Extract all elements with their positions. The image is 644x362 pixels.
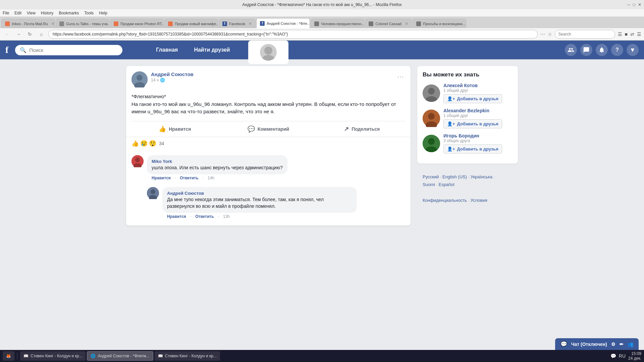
shield-icon[interactable]: ■ bbox=[625, 32, 628, 37]
footer-privacy[interactable]: Конфиденциальность bbox=[423, 198, 467, 203]
menu-tools[interactable]: Tools bbox=[84, 11, 94, 15]
person-name-igor[interactable]: Игорь Бородин bbox=[443, 133, 513, 138]
like-icon: 👍 bbox=[159, 125, 166, 133]
menu-file[interactable]: File bbox=[3, 11, 9, 15]
language-section: Русский · English (US) · Українська · Su… bbox=[417, 169, 518, 208]
comment-author-miko[interactable]: Miko York bbox=[152, 159, 172, 164]
facebook-search-input[interactable] bbox=[29, 47, 118, 53]
bookmarks-icon[interactable]: ☰ bbox=[618, 32, 622, 37]
post-options-btn[interactable]: ⋯ bbox=[396, 71, 405, 82]
home-button[interactable]: ⌂ bbox=[37, 30, 46, 39]
comment-item-miko: Miko York ушла эпоха. Или есть шанс верн… bbox=[126, 153, 411, 185]
footer-terms[interactable]: Условия bbox=[471, 198, 487, 203]
friends-requests-icon[interactable] bbox=[565, 44, 577, 56]
people-section-title: Вы можете их знать bbox=[423, 71, 513, 78]
menu-help[interactable]: Help bbox=[99, 11, 107, 15]
lang-espanol[interactable]: Español bbox=[439, 182, 454, 187]
share-icon: ↗ bbox=[344, 125, 349, 133]
add-friend-icon-alexey: 👤+ bbox=[447, 96, 455, 101]
tab-human[interactable]: Человек-предшественн... ✕ bbox=[311, 19, 364, 28]
post-author-name[interactable]: Андрей Союстов bbox=[151, 71, 392, 77]
comment-like-miko[interactable]: Нравится bbox=[152, 176, 171, 180]
tab-favicon-cassad bbox=[369, 21, 373, 26]
tab-guns[interactable]: Guns.ru Talks - темы уча... ✕ bbox=[56, 19, 109, 28]
svg-point-12 bbox=[428, 88, 435, 95]
tab-andrey-active[interactable]: f Андрей Союстов - *Фле... ✕ bbox=[256, 18, 310, 28]
post-meta: Андрей Союстов 14 ч 🌐 bbox=[151, 71, 392, 82]
nav-home[interactable]: Главная bbox=[153, 46, 180, 54]
lang-sep3: · bbox=[494, 174, 495, 179]
tab-favicon-photon bbox=[114, 21, 118, 26]
minimize-btn[interactable]: ─ bbox=[627, 2, 630, 7]
more-options-icon[interactable]: ⋯ bbox=[540, 32, 545, 37]
tab-fb[interactable]: f Facebook ✕ bbox=[219, 19, 256, 28]
reply-like-andrey[interactable]: Нравится bbox=[167, 214, 186, 219]
add-friend-igor[interactable]: 👤+ Добавить в друзья bbox=[443, 144, 502, 154]
comment-action[interactable]: 💬 Комментарий bbox=[222, 123, 315, 135]
comment-content-miko: Miko York ушла эпоха. Или есть шанс верн… bbox=[147, 155, 287, 182]
messages-icon[interactable] bbox=[580, 44, 592, 56]
window-controls[interactable]: ─ □ ✕ bbox=[627, 2, 641, 7]
comment-reply-miko[interactable]: Ответить bbox=[180, 176, 198, 180]
restore-btn[interactable]: □ bbox=[633, 2, 635, 7]
person-name-alexey[interactable]: Алексей Котов bbox=[443, 83, 513, 88]
nav-find-friends[interactable]: Найти друзей bbox=[191, 46, 232, 54]
add-friend-label-alex-b: Добавить в друзья bbox=[457, 121, 498, 126]
back-button[interactable]: ← bbox=[3, 30, 11, 39]
lang-russian[interactable]: Русский bbox=[423, 174, 439, 179]
tab-photon[interactable]: Продам юкон Photon RT... ✕ bbox=[110, 19, 164, 28]
menu-bookmarks[interactable]: Bookmarks bbox=[59, 11, 79, 15]
menu-icon[interactable]: ☰ bbox=[637, 32, 641, 37]
search-input[interactable] bbox=[555, 30, 615, 39]
comment-avatar-miko[interactable] bbox=[131, 155, 144, 167]
tab-close-fb[interactable]: ✕ bbox=[247, 21, 252, 26]
facebook-search-box[interactable]: 🔍 bbox=[15, 45, 122, 55]
post-author-avatar[interactable] bbox=[131, 71, 148, 87]
menu-edit[interactable]: Edit bbox=[14, 11, 21, 15]
address-input[interactable] bbox=[48, 30, 538, 39]
reply-reply-andrey[interactable]: Ответить bbox=[195, 214, 214, 219]
person-item-igor: Игорь Бородин 3 общих друга 👤+ Добавить … bbox=[423, 133, 513, 154]
lang-english[interactable]: English (US) bbox=[442, 174, 467, 179]
bookmark-icon[interactable]: ☆ bbox=[548, 32, 552, 37]
person-avatar-alex-b[interactable] bbox=[423, 110, 440, 127]
person-avatar-alexey[interactable] bbox=[423, 84, 440, 102]
profile-dropdown[interactable] bbox=[248, 41, 288, 64]
tab-cassad[interactable]: Colonel Cassad ✕ bbox=[365, 19, 412, 28]
right-sidebar: Вы можете их знать Алексей Котов 1 общий… bbox=[417, 66, 518, 226]
share-action[interactable]: ↗ Поделиться bbox=[316, 123, 408, 135]
tab-magnif[interactable]: Продам новый магнифе... ✕ bbox=[164, 19, 218, 28]
add-friend-alexey[interactable]: 👤+ Добавить в друзья bbox=[443, 94, 502, 103]
person-avatar-igor[interactable] bbox=[423, 135, 440, 152]
comment-bubble-miko: Miko York ушла эпоха. Или есть шанс верн… bbox=[147, 155, 287, 175]
facebook-logo[interactable]: f bbox=[5, 45, 8, 55]
help-icon[interactable]: ? bbox=[611, 44, 623, 56]
tab-close-cassad[interactable]: ✕ bbox=[404, 21, 408, 26]
title-bar: Андрей Союстов - *Флегматично* На ганзе … bbox=[0, 0, 644, 9]
forward-button[interactable]: → bbox=[14, 30, 23, 39]
reload-button[interactable]: ↻ bbox=[25, 30, 34, 39]
like-action[interactable]: 👍 Нравится bbox=[129, 123, 221, 135]
close-btn[interactable]: ✕ bbox=[638, 2, 641, 7]
menu-history[interactable]: History bbox=[41, 11, 53, 15]
tab-prosby[interactable]: Просьбы и восклицани... ✕ bbox=[413, 19, 466, 28]
reaction-wow-emoji: 😲 bbox=[149, 140, 156, 147]
svg-point-0 bbox=[264, 47, 272, 55]
tab-close-inbox[interactable]: ✕ bbox=[50, 21, 55, 26]
lang-ukrainian[interactable]: Українська bbox=[471, 174, 492, 179]
person-info-igor: Игорь Бородин 3 общих друга 👤+ Добавить … bbox=[443, 133, 513, 154]
lang-suomi[interactable]: Suomi bbox=[423, 182, 435, 187]
notifications-icon[interactable] bbox=[596, 44, 608, 56]
tab-inbox[interactable]: Inbox - Почта Mail.Ru ✕ bbox=[1, 19, 55, 28]
sync-icon[interactable]: ⇄ bbox=[630, 32, 634, 37]
person-name-alex-b[interactable]: Alexander Bezlepkin bbox=[443, 108, 513, 113]
menu-view[interactable]: View bbox=[27, 11, 36, 15]
tab-label-photon: Продам юкон Photon RT... bbox=[120, 22, 164, 26]
share-label: Поделиться bbox=[352, 126, 380, 132]
reply-avatar-andrey[interactable] bbox=[147, 187, 159, 199]
reply-author-andrey[interactable]: Андрей Союстов bbox=[167, 191, 204, 196]
lang-sep2: · bbox=[468, 174, 471, 179]
settings-icon[interactable]: ▼ bbox=[627, 44, 639, 56]
add-friend-alex-b[interactable]: 👤+ Добавить в друзья bbox=[443, 119, 502, 128]
reply-section: Андрей Союстов Да мне тупо некогда этим … bbox=[142, 184, 411, 223]
